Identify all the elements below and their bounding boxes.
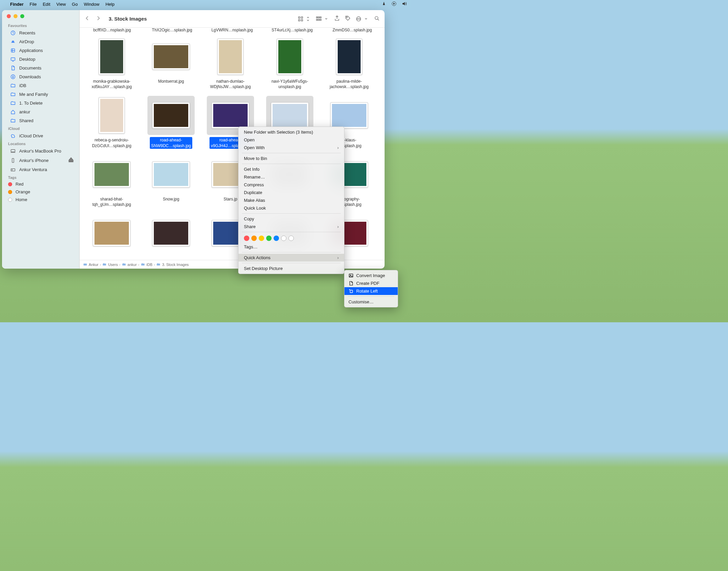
sidebar-item-ankur[interactable]: ankur: [4, 108, 77, 116]
file-label: nathan-dumlao-WDjNsJW…splash.jpg: [209, 78, 252, 90]
cm-move-to-bin[interactable]: Move to Bin: [239, 155, 344, 162]
volume-icon[interactable]: [401, 1, 407, 7]
sm-customise[interactable]: Customise…: [344, 298, 398, 306]
menu-help[interactable]: Help: [106, 2, 115, 7]
search-button[interactable]: [374, 15, 380, 23]
menu-view[interactable]: View: [56, 2, 66, 7]
sm-rotate-left[interactable]: Rotate Left: [344, 287, 398, 295]
svg-rect-4: [11, 58, 15, 60]
context-menu: New Folder with Selection (3 Items) Open…: [238, 127, 344, 274]
sidebar-tag-red[interactable]: Red: [2, 180, 79, 188]
cm-duplicate[interactable]: Duplicate: [239, 189, 344, 196]
cm-rename[interactable]: Rename…: [239, 173, 344, 181]
file-item[interactable]: [144, 214, 198, 255]
menu-window[interactable]: Window: [84, 2, 99, 7]
sidebar-section-favourites: Favourites: [2, 22, 79, 28]
back-button[interactable]: [84, 15, 90, 23]
chevron-right-icon: ›: [337, 145, 339, 150]
cm-open-with[interactable]: Open With›: [239, 144, 344, 152]
minimize-button[interactable]: [13, 14, 18, 18]
tag-color[interactable]: [274, 236, 279, 241]
sidebar-tag-home[interactable]: Home: [2, 196, 79, 203]
sidebar-tag-orange[interactable]: Orange: [2, 188, 79, 196]
path-crumb[interactable]: 3. Stock Images: [156, 262, 189, 267]
file-item[interactable]: paulina-milde-jachowsk…splash.jpg: [323, 37, 376, 90]
tag-color[interactable]: [288, 236, 294, 241]
cm-quick-actions[interactable]: Quick Actions›: [239, 254, 344, 262]
file-item[interactable]: nathan-dumlao-WDjNsJW…splash.jpg: [204, 37, 257, 90]
sidebar-item-icloud-drive[interactable]: iCloud Drive: [4, 132, 77, 140]
tag-color[interactable]: [266, 236, 272, 241]
tag-dot-orange: [8, 190, 12, 194]
sidebar-item-macbook[interactable]: Ankur's MacBook Pro: [4, 147, 77, 155]
tag-color[interactable]: [251, 236, 257, 241]
cm-share[interactable]: Share›: [239, 223, 344, 230]
sidebar-item-recents[interactable]: Recents: [4, 29, 77, 37]
sidebar-item-idb[interactable]: iDB: [4, 81, 77, 90]
sidebar: Favourites Recents AirDrop Applications …: [2, 10, 80, 269]
actions-button[interactable]: [356, 16, 369, 22]
cm-tags[interactable]: Tags…: [239, 243, 344, 251]
playback-icon[interactable]: [391, 1, 397, 7]
tag-color[interactable]: [259, 236, 264, 241]
menu-go[interactable]: Go: [72, 2, 78, 7]
cm-copy[interactable]: Copy: [239, 215, 344, 223]
file-label: road-ahead-SNW9DC…splash.jpg: [150, 137, 192, 148]
file-label: navi-Y1y6aWFu5gs-unsplash.jpg: [270, 78, 310, 90]
cm-set-desktop[interactable]: Set Desktop Picture: [239, 265, 344, 272]
path-crumb[interactable]: ankur: [122, 262, 137, 267]
file-item[interactable]: Montserrat.jpg: [144, 37, 198, 90]
svg-rect-29: [350, 290, 353, 293]
file-item[interactable]: road-ahead-SNW9DC…splash.jpg: [144, 96, 198, 148]
sidebar-item-downloads[interactable]: Downloads: [4, 73, 77, 81]
sidebar-section-locations: Locations: [2, 140, 79, 146]
menu-file[interactable]: File: [30, 2, 37, 7]
sidebar-item-iphone[interactable]: Ankur's iPhone: [4, 156, 77, 165]
file-item[interactable]: rebeca-g-sendroiu-DzGCdUl…splash.jpg: [85, 96, 138, 148]
path-crumb[interactable]: Users: [102, 262, 118, 267]
fullscreen-button[interactable]: [20, 14, 24, 18]
menu-edit[interactable]: Edit: [43, 2, 50, 7]
cm-open[interactable]: Open: [239, 136, 344, 144]
tag-color[interactable]: [281, 236, 286, 241]
vlc-icon[interactable]: [381, 1, 387, 7]
sidebar-item-shared[interactable]: Shared: [4, 116, 77, 125]
group-by-button[interactable]: [316, 16, 329, 22]
app-name[interactable]: Finder: [10, 2, 24, 7]
cutoff-row: bcfffXD…nsplash.jpg ThX2Ogic…splash.jpg …: [83, 28, 381, 32]
tags-button[interactable]: [345, 15, 351, 23]
eject-icon[interactable]: [68, 157, 74, 164]
cm-tag-colors: [239, 234, 344, 243]
sidebar-item-applications[interactable]: Applications: [4, 46, 77, 55]
cm-quick-look[interactable]: Quick Look: [239, 204, 344, 212]
tag-color[interactable]: [244, 236, 249, 241]
sm-convert-image[interactable]: Convert Image: [344, 272, 398, 279]
cm-compress[interactable]: Compress: [239, 181, 344, 189]
share-button[interactable]: [334, 15, 340, 23]
close-button[interactable]: [7, 14, 11, 18]
cm-new-folder[interactable]: New Folder with Selection (3 Items): [239, 128, 344, 136]
file-item[interactable]: [85, 214, 138, 255]
file-item[interactable]: sharad-bhat-tqh_gUm…splash.jpg: [85, 155, 138, 208]
sidebar-item-ventura[interactable]: Ankur Ventura: [4, 165, 77, 174]
sidebar-item-to-delete[interactable]: 1. To Delete: [4, 99, 77, 107]
window-controls: [2, 14, 79, 22]
separator: [242, 263, 341, 263]
path-crumb[interactable]: iDB: [141, 262, 152, 267]
file-item[interactable]: monika-grabkowska-xd5kuJAY…splash.jpg: [85, 37, 138, 90]
svg-rect-6: [11, 149, 15, 152]
sm-create-pdf[interactable]: Create PDF: [344, 279, 398, 287]
file-label: sharad-bhat-tqh_gUm…splash.jpg: [91, 196, 133, 208]
path-crumb[interactable]: Ankur: [83, 262, 99, 267]
file-item[interactable]: navi-Y1y6aWFu5gs-unsplash.jpg: [263, 37, 316, 90]
cm-get-info[interactable]: Get Info: [239, 165, 344, 173]
sidebar-item-airdrop[interactable]: AirDrop: [4, 37, 77, 46]
separator: [242, 164, 341, 164]
sidebar-item-me-and-family[interactable]: Me and Family: [4, 90, 77, 99]
cm-make-alias[interactable]: Make Alias: [239, 196, 344, 204]
sidebar-item-desktop[interactable]: Desktop: [4, 55, 77, 63]
sidebar-item-documents[interactable]: Documents: [4, 64, 77, 72]
view-mode-button[interactable]: [298, 16, 311, 22]
forward-button[interactable]: [95, 15, 101, 23]
file-item[interactable]: Snow.jpg: [144, 155, 198, 208]
